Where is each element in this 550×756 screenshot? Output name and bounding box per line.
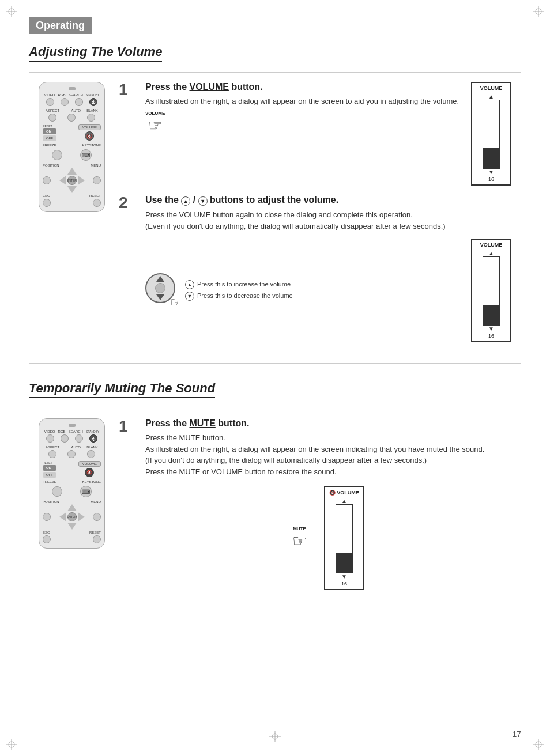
- volume-dialog-2: VOLUME ▲ ▼ 16: [471, 239, 511, 342]
- mute-step1-title: Press the MUTE button.: [145, 418, 511, 429]
- step1-content: 1 Press the VOLUME button. As illustrate…: [119, 82, 511, 342]
- step1-body: As illustrated on the right, a dialog wi…: [145, 96, 464, 107]
- step2-title: Use the ▲ / ▼ buttons to adjust the volu…: [145, 195, 511, 206]
- section-header: Operating: [29, 17, 92, 34]
- step2-number: 2: [119, 195, 140, 211]
- reg-mark-bottom-left: [6, 739, 17, 750]
- volume-bar-fill-2: [483, 305, 499, 325]
- step1-title: Press the VOLUME button.: [145, 82, 464, 92]
- mute-volume-dialog: 🔇 VOLUME ▲ ▼ 16: [324, 486, 364, 590]
- press-up-label: ▲ Press this to increase the volume: [185, 279, 293, 290]
- mute-step1-content: 1 Press the MUTE button. Press the MUTE …: [119, 418, 511, 590]
- down-circle-icon: ▼: [185, 292, 194, 301]
- press-labels: ▲ Press this to increase the volume ▼ Pr…: [185, 279, 293, 302]
- mute-illustration: MUTE ☞ 🔇 VOLUME ▲: [145, 486, 511, 590]
- mute-step1-number: 1: [119, 418, 140, 434]
- step1-number: 1: [119, 82, 140, 98]
- remote-illustration-2: VIDEORGBSEARCHSTANDBY ⏻ ASPECTAUTOBLANK: [39, 418, 105, 549]
- muting-content-block: VIDEORGBSEARCHSTANDBY ⏻ ASPECTAUTOBLANK: [29, 409, 521, 611]
- step1-row: VIDEORGBSEARCHSTANDBY ⏻ ASPECTAUTOBLANK: [39, 82, 511, 342]
- step2-body: Press the VOLUME button again to close t…: [145, 209, 511, 232]
- page-number: 17: [512, 729, 521, 739]
- volume-content-block: VIDEORGBSEARCHSTANDBY ⏻ ASPECTAUTOBLANK: [29, 72, 521, 364]
- mute-icon: 🔇: [329, 490, 336, 496]
- volume-dialog-1: VOLUME ▲ ▼ 16: [471, 82, 511, 186]
- up-arrow-icon: ▲: [181, 196, 190, 206]
- adjusting-volume-section: Adjusting The Volume VIDEORGBSEARCHSTAND…: [29, 44, 521, 364]
- reg-mark-bottom-right: [533, 739, 544, 750]
- remote-illustration-1: VIDEORGBSEARCHSTANDBY ⏻ ASPECTAUTOBLANK: [39, 82, 105, 212]
- step2-illustration: ☞ ▲ Press this to increase the volume ▼: [145, 239, 511, 342]
- muting-section: Temporarily Muting The Sound VIDEORGBSEA…: [29, 381, 521, 611]
- volume-bar-fill-1: [483, 148, 499, 168]
- muting-title: Temporarily Muting The Sound: [29, 381, 215, 398]
- remote-top-labels: VIDEORGBSEARCHSTANDBY: [43, 93, 101, 97]
- adjusting-volume-title: Adjusting The Volume: [29, 44, 162, 62]
- press-down-label: ▼ Press this to decrease the volume: [185, 290, 293, 302]
- mute-step1-row: VIDEORGBSEARCHSTANDBY ⏻ ASPECTAUTOBLANK: [39, 418, 511, 590]
- down-arrow-icon: ▼: [198, 196, 208, 206]
- reg-mark-top-left: [6, 6, 17, 17]
- up-circle-icon: ▲: [185, 280, 194, 289]
- reg-mark-bottom-center: [269, 731, 281, 744]
- reg-mark-top-right: [533, 6, 544, 17]
- mute-step1-body: Press the MUTE button. As illustrated on…: [145, 432, 511, 477]
- mute-volume-bar-fill: [336, 553, 352, 573]
- step1-illustration: VOLUME ☞: [145, 111, 464, 135]
